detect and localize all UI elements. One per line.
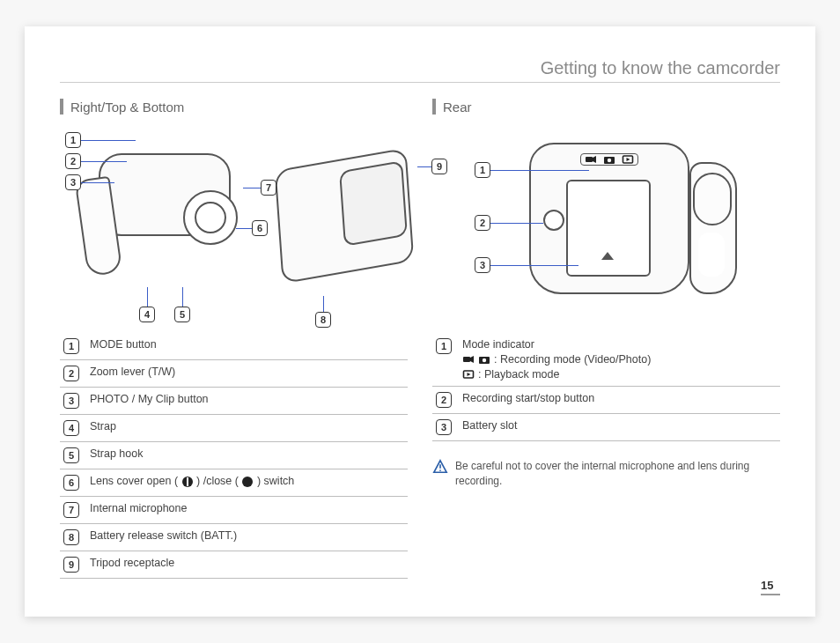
svg-point-9 [483,358,486,362]
manual-page: Getting to know the camcorder Right/Top … [25,26,815,617]
item-num-4: 4 [63,420,79,436]
item-label: Battery slot [459,414,780,441]
item-label: MODE button [86,333,408,360]
item-label: Lens cover open ( ) /close ( ) switch [86,469,408,497]
left-heading: Right/Top & Bottom [60,99,408,115]
list-item: 3Battery slot [432,414,780,441]
list-item: 1 Mode indicator : Recording mode (Video… [432,333,780,387]
playback-icon [462,368,475,381]
left-diagram: 1 2 3 7 6 [60,127,408,321]
callout-6: 6 [252,220,268,236]
playback-icon [622,153,634,166]
callout-2: 2 [65,153,81,169]
camera-icon [478,353,490,366]
item-num-5: 5 [63,447,79,463]
list-item: 2Zoom lever (T/W) [60,360,408,388]
callout-5: 5 [174,307,190,322]
item-num-2: 2 [63,366,79,381]
list-item: 7Internal microphone [60,497,408,524]
note: Be careful not to cover the internal mic… [432,459,780,489]
warning-icon [432,459,448,475]
svg-rect-1 [187,477,188,486]
item-label: Battery release switch (BATT.) [86,524,408,551]
rear-item-num-1: 1 [436,338,452,354]
list-item: 8Battery release switch (BATT.) [60,524,408,551]
list-item: 9Tripod receptacle [60,551,408,579]
item-label: Strap [86,415,408,442]
rear-callout-3: 3 [475,257,490,273]
callout-3: 3 [65,174,81,190]
page-title: Getting to know the camcorder [60,58,780,83]
list-item: 6 Lens cover open ( ) /close ( ) switch [60,469,408,497]
item-label: Strap hook [86,442,408,469]
list-item: 1MODE button [60,333,408,360]
camera-icon [603,153,615,166]
svg-point-12 [439,469,441,471]
page-number: 15 [761,579,780,595]
rear-item-num-2: 2 [436,392,452,408]
svg-rect-7 [463,357,470,362]
rear-item-num-3: 3 [436,419,452,435]
right-heading: Rear [432,99,780,115]
mode-line-recording: : Recording mode (Video/Photo) [462,353,777,366]
list-item: 5Strap hook [60,442,408,469]
item-num-1: 1 [63,338,79,354]
callout-7: 7 [261,180,276,196]
item-label: Tripod receptacle [86,551,408,579]
video-camera-icon [462,353,475,366]
svg-point-2 [242,477,253,487]
right-column: Rear [432,99,780,579]
item-label: PHOTO / My Clip button [86,388,408,415]
content-columns: Right/Top & Bottom 1 2 [60,99,780,579]
item-label: Zoom lever (T/W) [86,360,408,388]
note-text: Be careful not to cover the internal mic… [455,459,780,489]
rear-callout-1: 1 [475,162,490,178]
item-num-6: 6 [63,475,79,491]
list-item: 2Recording start/stop button [432,387,780,414]
rear-callout-2: 2 [475,215,490,231]
list-item: 4Strap [60,415,408,442]
item-num-3: 3 [63,393,79,409]
mode-line-playback: : Playback mode [462,368,777,381]
callout-8: 8 [315,312,331,328]
left-column: Right/Top & Bottom 1 2 [60,99,408,579]
left-list: 1MODE button 2Zoom lever (T/W) 3PHOTO / … [60,333,408,579]
callout-4: 4 [139,307,155,322]
callout-1: 1 [65,132,81,148]
item-num-7: 7 [63,502,79,518]
svg-point-5 [608,159,611,162]
lens-open-icon [181,476,194,488]
item-num-8: 8 [63,529,79,545]
item-label: Recording start/stop button [459,387,780,414]
list-item: 3PHOTO / My Clip button [60,388,408,415]
item-label: Mode indicator : Recording mode (Video/P… [459,333,780,387]
right-diagram: 1 2 3 [432,127,780,321]
item-num-9: 9 [63,557,79,573]
right-list: 1 Mode indicator : Recording mode (Video… [432,333,780,441]
lens-close-icon [241,476,254,488]
item-label: Internal microphone [86,497,408,524]
